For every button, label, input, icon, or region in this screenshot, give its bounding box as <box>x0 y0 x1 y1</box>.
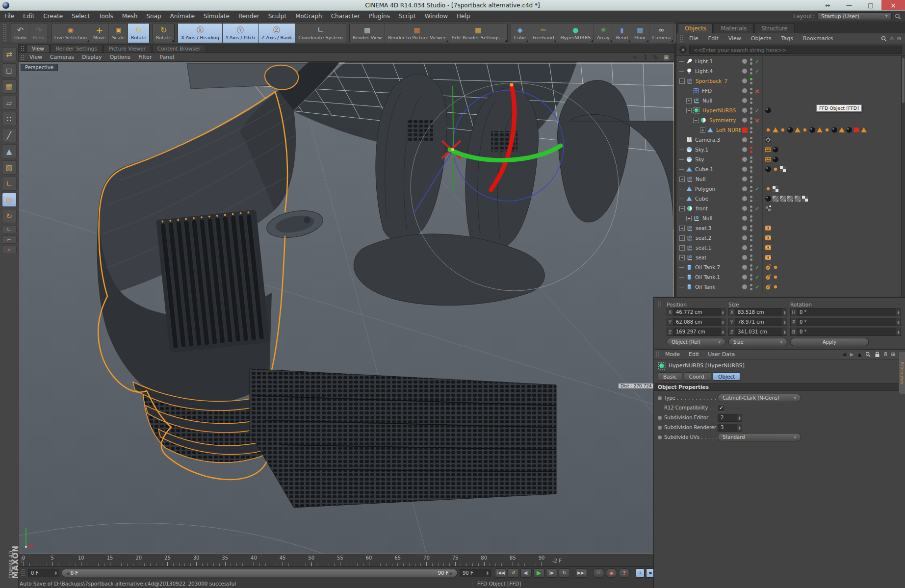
size-y-field[interactable]: Y 78.971 cm ▲▼ <box>728 318 787 326</box>
tree-row[interactable]: Light.4 ✓ <box>676 66 901 76</box>
om-menu-objects[interactable]: Objects <box>746 35 776 42</box>
tree-row[interactable]: Sky.1 <box>676 145 901 154</box>
visibility-dot[interactable] <box>750 58 752 61</box>
object-name[interactable]: seat.2 <box>696 235 712 241</box>
menu-help[interactable]: Help <box>452 13 474 20</box>
viewport-tabs-grip[interactable] <box>21 46 25 51</box>
warning-tag-icon[interactable] <box>772 127 779 133</box>
menu-render[interactable]: Render <box>234 13 264 20</box>
toolbar-button-array[interactable]: ✳ Array <box>594 24 613 43</box>
visibility-dot[interactable] <box>750 102 752 104</box>
tree-row[interactable]: + 0 seat.2 <box>676 233 901 243</box>
object-name[interactable]: Oil Tank <box>695 284 715 290</box>
layout-dropdown[interactable]: Startup (User)▼ <box>817 12 892 20</box>
object-name[interactable]: seat.3 <box>696 225 712 231</box>
spinner-icon[interactable]: ▲▼ <box>721 308 725 316</box>
visibility-dot[interactable] <box>750 92 752 94</box>
visibility-dot[interactable] <box>750 131 752 133</box>
spinner-icon[interactable]: ▲▼ <box>896 318 901 326</box>
expander-icon[interactable]: + <box>686 216 692 221</box>
object-name[interactable]: seat.1 <box>696 245 712 251</box>
visibility-dot[interactable] <box>750 215 752 218</box>
tree-row[interactable]: Oil Tank.7 ✓ <box>676 262 901 272</box>
layer-dot[interactable] <box>742 275 747 280</box>
tree-row[interactable]: Sky <box>676 154 901 164</box>
key-position-toggle[interactable]: + <box>636 568 645 578</box>
step-forward-button[interactable]: |▶ <box>546 568 557 578</box>
layer-dot[interactable] <box>742 255 747 260</box>
toolbar-button-render-view[interactable]: ▦ Render View <box>350 24 385 43</box>
object-search-input[interactable] <box>689 46 902 54</box>
object-name[interactable]: front <box>696 205 708 211</box>
rotation-b-field[interactable]: B 0 ° ▲▼ <box>790 328 901 336</box>
loop-button[interactable]: ↻ <box>559 568 570 578</box>
tree-row[interactable]: − 0 Sportback_7 <box>676 76 901 86</box>
viewport-menu-options[interactable]: Options <box>106 54 134 60</box>
film-tag-icon[interactable] <box>765 146 772 153</box>
pan-view-icon[interactable]: ✛ <box>632 54 637 60</box>
visibility-dot[interactable] <box>750 98 752 100</box>
tree-row[interactable]: Cube.1 <box>676 164 901 174</box>
tool-points-mode[interactable]: ∷ <box>2 112 17 126</box>
menu-sculpt[interactable]: Sculpt <box>264 13 291 20</box>
close-button[interactable]: × <box>881 0 905 10</box>
toolbar-button-redo[interactable]: ↷ Redo <box>29 24 48 43</box>
dot-tag-icon[interactable] <box>765 185 772 192</box>
layer-dot[interactable] <box>742 98 747 103</box>
window-resize-button[interactable]: ↔ <box>817 0 838 10</box>
enable-toggle[interactable] <box>742 128 748 133</box>
dot-tag-icon[interactable] <box>802 127 808 133</box>
visibility-dot[interactable] <box>750 268 752 271</box>
layer-dot[interactable] <box>742 59 747 64</box>
layer-dot[interactable] <box>742 78 747 83</box>
warning-tag-icon[interactable] <box>838 127 845 133</box>
object-name[interactable]: Loft NURBS <box>716 127 741 133</box>
toolbar-button-cube[interactable]: ◆ Cube <box>511 24 529 43</box>
enabled-check-icon[interactable]: ✓ <box>755 264 759 271</box>
toolbar-button-freehand[interactable]: ~ Freehand <box>529 24 557 43</box>
visibility-dot[interactable] <box>750 176 752 179</box>
om-menu-view[interactable]: View <box>724 35 746 42</box>
subdivide-uvs-dropdown[interactable]: Standard▼ <box>718 433 801 441</box>
visibility-dot[interactable] <box>750 151 752 153</box>
spinner-icon[interactable]: ▲▼ <box>896 328 901 336</box>
maximize-button[interactable]: □ <box>860 0 881 10</box>
tree-row[interactable]: + 0 Null <box>676 213 901 223</box>
spinner-icon[interactable]: ▲▼ <box>485 571 490 575</box>
layer-dot[interactable] <box>742 147 747 152</box>
layer-dot[interactable] <box>742 137 747 142</box>
visibility-dot[interactable] <box>750 82 752 84</box>
visibility-dot[interactable] <box>750 278 752 281</box>
layer-dot[interactable] <box>742 284 747 289</box>
subdivision-editor-stepper[interactable]: 2▲▼ <box>718 414 742 422</box>
viewport-menu-filter[interactable]: Filter <box>134 54 155 60</box>
tool-model-mode[interactable]: ◻ <box>2 63 17 77</box>
visibility-dot[interactable] <box>750 235 752 237</box>
end-frame-field[interactable]: 90 F ▲▼ <box>460 569 491 577</box>
coords-size-dropdown[interactable]: Size▼ <box>728 338 787 346</box>
type-dropdown[interactable]: Catmull-Clark (N-Gons)▼ <box>718 394 801 402</box>
spinner-icon[interactable]: ▲▼ <box>896 308 901 316</box>
eye-tag-icon[interactable] <box>765 254 772 261</box>
tool-planar-workplane[interactable]: ∟ <box>2 225 17 233</box>
tree-row[interactable]: Polygon ✓ <box>676 184 901 194</box>
panel-tab-objects[interactable]: Objects <box>678 24 713 33</box>
eye-tag-icon[interactable] <box>765 234 772 241</box>
om-search-icon[interactable] <box>881 36 887 42</box>
checker-tag-icon[interactable] <box>779 166 786 173</box>
timeline-ruler[interactable]: -2 F 0 5 10 15 20 25 30 35 40 45 50 55 6… <box>19 554 653 567</box>
tree-row[interactable]: Light.1 ✓ <box>676 56 901 66</box>
tool-make-editable[interactable]: ⇄ <box>2 47 17 61</box>
enabled-check-icon[interactable]: ✓ <box>755 205 759 212</box>
object-name[interactable]: Light.1 <box>695 58 713 64</box>
expander-icon[interactable]: − <box>686 108 692 113</box>
target-tag-icon[interactable] <box>765 136 772 143</box>
attr-tab-object[interactable]: Object <box>713 372 740 381</box>
object-name[interactable]: FFD <box>702 88 712 94</box>
toolbar-button-render-to-picture-viewer[interactable]: ▦ Render to Picture Viewer <box>385 24 448 43</box>
object-name[interactable]: Oil Tank.1 <box>695 274 720 280</box>
object-name[interactable]: Cube <box>695 196 708 202</box>
tree-row[interactable]: Cube <box>676 194 901 204</box>
goto-start-button[interactable]: |◀◀ <box>495 568 506 578</box>
subdivision-renderer-stepper[interactable]: 3▲▼ <box>718 424 742 432</box>
